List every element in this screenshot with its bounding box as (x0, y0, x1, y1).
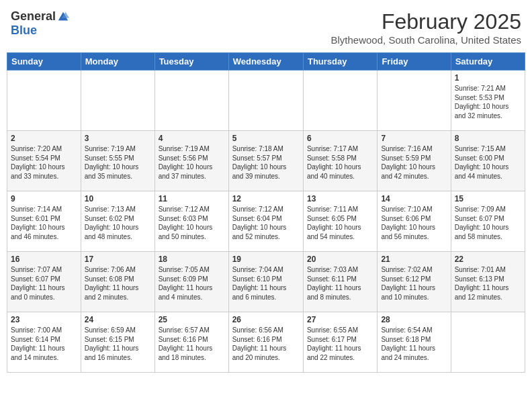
day-info: Sunrise: 6:59 AM Sunset: 6:15 PM Dayligh… (85, 326, 151, 362)
table-row: 11Sunrise: 7:12 AM Sunset: 6:03 PM Dayli… (154, 191, 228, 252)
day-info: Sunrise: 7:03 AM Sunset: 6:11 PM Dayligh… (307, 265, 373, 302)
table-row: 18Sunrise: 7:05 AM Sunset: 6:09 PM Dayli… (154, 252, 228, 312)
calendar-week-row: 1Sunrise: 7:21 AM Sunset: 5:53 PM Daylig… (7, 71, 525, 131)
day-number: 24 (85, 315, 151, 324)
table-row: 10Sunrise: 7:13 AM Sunset: 6:02 PM Dayli… (81, 191, 154, 252)
day-number: 10 (85, 194, 151, 203)
day-number: 17 (85, 255, 151, 264)
table-row: 21Sunrise: 7:02 AM Sunset: 6:12 PM Dayli… (378, 252, 451, 312)
day-info: Sunrise: 7:15 AM Sunset: 6:00 PM Dayligh… (455, 144, 521, 181)
table-row: 15Sunrise: 7:09 AM Sunset: 6:07 PM Dayli… (451, 191, 525, 252)
day-number: 28 (381, 315, 447, 324)
table-row (81, 71, 154, 131)
day-info: Sunrise: 7:10 AM Sunset: 6:06 PM Dayligh… (381, 205, 447, 241)
day-number: 4 (159, 134, 225, 143)
day-info: Sunrise: 6:55 AM Sunset: 6:17 PM Dayligh… (307, 326, 373, 362)
day-number: 27 (307, 315, 373, 324)
logo-general: General (11, 9, 56, 24)
header-friday: Friday (378, 53, 451, 71)
month-title: February 2025 (331, 9, 522, 34)
day-info: Sunrise: 7:06 AM Sunset: 6:08 PM Dayligh… (85, 265, 151, 302)
logo: General Blue (11, 9, 69, 38)
calendar-table: Sunday Monday Tuesday Wednesday Thursday… (7, 52, 525, 373)
day-number: 15 (455, 194, 521, 203)
location-title: Blythewood, South Carolina, United State… (331, 34, 522, 46)
day-info: Sunrise: 7:01 AM Sunset: 6:13 PM Dayligh… (455, 265, 521, 302)
header-tuesday: Tuesday (154, 53, 228, 71)
day-info: Sunrise: 7:18 AM Sunset: 5:57 PM Dayligh… (232, 144, 300, 181)
header-thursday: Thursday (303, 53, 377, 71)
day-info: Sunrise: 6:56 AM Sunset: 6:16 PM Dayligh… (232, 326, 300, 362)
table-row: 27Sunrise: 6:55 AM Sunset: 6:17 PM Dayli… (303, 312, 377, 373)
day-number: 13 (307, 194, 373, 203)
table-row: 17Sunrise: 7:06 AM Sunset: 6:08 PM Dayli… (81, 252, 154, 312)
table-row: 1Sunrise: 7:21 AM Sunset: 5:53 PM Daylig… (451, 71, 525, 131)
day-number: 25 (159, 315, 225, 324)
table-row: 20Sunrise: 7:03 AM Sunset: 6:11 PM Dayli… (303, 252, 377, 312)
day-number: 19 (232, 255, 300, 264)
day-number: 22 (455, 255, 521, 264)
table-row: 26Sunrise: 6:56 AM Sunset: 6:16 PM Dayli… (228, 312, 303, 373)
day-info: Sunrise: 7:19 AM Sunset: 5:55 PM Dayligh… (85, 144, 151, 181)
table-row: 25Sunrise: 6:57 AM Sunset: 6:16 PM Dayli… (154, 312, 228, 373)
table-row: 5Sunrise: 7:18 AM Sunset: 5:57 PM Daylig… (228, 131, 303, 191)
table-row (154, 71, 228, 131)
table-row: 3Sunrise: 7:19 AM Sunset: 5:55 PM Daylig… (81, 131, 154, 191)
day-info: Sunrise: 7:11 AM Sunset: 6:05 PM Dayligh… (307, 205, 373, 241)
day-info: Sunrise: 7:17 AM Sunset: 5:58 PM Dayligh… (307, 144, 373, 181)
day-number: 20 (307, 255, 373, 264)
day-number: 2 (11, 134, 77, 143)
day-number: 23 (11, 315, 77, 324)
day-info: Sunrise: 7:04 AM Sunset: 6:10 PM Dayligh… (232, 265, 300, 302)
table-row (7, 71, 81, 131)
day-number: 12 (232, 194, 300, 203)
header-sunday: Sunday (7, 53, 81, 71)
day-info: Sunrise: 7:09 AM Sunset: 6:07 PM Dayligh… (455, 205, 521, 241)
page-header: General Blue February 2025 Blythewood, S… (7, 7, 525, 48)
day-number: 14 (381, 194, 447, 203)
table-row: 14Sunrise: 7:10 AM Sunset: 6:06 PM Dayli… (378, 191, 451, 252)
day-info: Sunrise: 6:54 AM Sunset: 6:18 PM Dayligh… (381, 326, 447, 362)
title-block: February 2025 Blythewood, South Carolina… (331, 9, 522, 46)
calendar-week-row: 23Sunrise: 7:00 AM Sunset: 6:14 PM Dayli… (7, 312, 525, 373)
day-info: Sunrise: 7:00 AM Sunset: 6:14 PM Dayligh… (11, 326, 77, 362)
day-info: Sunrise: 7:12 AM Sunset: 6:04 PM Dayligh… (232, 205, 300, 241)
day-number: 7 (381, 134, 447, 143)
table-row: 6Sunrise: 7:17 AM Sunset: 5:58 PM Daylig… (303, 131, 377, 191)
day-info: Sunrise: 7:05 AM Sunset: 6:09 PM Dayligh… (159, 265, 225, 302)
day-info: Sunrise: 7:14 AM Sunset: 6:01 PM Dayligh… (11, 205, 77, 241)
day-number: 5 (232, 134, 300, 143)
header-wednesday: Wednesday (228, 53, 303, 71)
table-row: 24Sunrise: 6:59 AM Sunset: 6:15 PM Dayli… (81, 312, 154, 373)
day-number: 6 (307, 134, 373, 143)
table-row: 19Sunrise: 7:04 AM Sunset: 6:10 PM Dayli… (228, 252, 303, 312)
day-number: 16 (11, 255, 77, 264)
table-row (228, 71, 303, 131)
day-info: Sunrise: 7:02 AM Sunset: 6:12 PM Dayligh… (381, 265, 447, 302)
calendar-week-row: 2Sunrise: 7:20 AM Sunset: 5:54 PM Daylig… (7, 131, 525, 191)
table-row (303, 71, 377, 131)
calendar-week-row: 16Sunrise: 7:07 AM Sunset: 6:07 PM Dayli… (7, 252, 525, 312)
table-row: 13Sunrise: 7:11 AM Sunset: 6:05 PM Dayli… (303, 191, 377, 252)
day-info: Sunrise: 7:13 AM Sunset: 6:02 PM Dayligh… (85, 205, 151, 241)
header-saturday: Saturday (451, 53, 525, 71)
day-number: 21 (381, 255, 447, 264)
table-row: 23Sunrise: 7:00 AM Sunset: 6:14 PM Dayli… (7, 312, 81, 373)
table-row: 28Sunrise: 6:54 AM Sunset: 6:18 PM Dayli… (378, 312, 451, 373)
day-info: Sunrise: 7:16 AM Sunset: 5:59 PM Dayligh… (381, 144, 447, 181)
day-info: Sunrise: 7:19 AM Sunset: 5:56 PM Dayligh… (159, 144, 225, 181)
calendar-week-row: 9Sunrise: 7:14 AM Sunset: 6:01 PM Daylig… (7, 191, 525, 252)
table-row: 9Sunrise: 7:14 AM Sunset: 6:01 PM Daylig… (7, 191, 81, 252)
day-info: Sunrise: 7:21 AM Sunset: 5:53 PM Dayligh… (455, 84, 521, 120)
logo-icon (57, 11, 69, 23)
day-number: 1 (455, 73, 521, 83)
day-info: Sunrise: 7:07 AM Sunset: 6:07 PM Dayligh… (11, 265, 77, 302)
day-info: Sunrise: 7:12 AM Sunset: 6:03 PM Dayligh… (159, 205, 225, 241)
day-info: Sunrise: 7:20 AM Sunset: 5:54 PM Dayligh… (11, 144, 77, 181)
table-row: 2Sunrise: 7:20 AM Sunset: 5:54 PM Daylig… (7, 131, 81, 191)
calendar-header-row: Sunday Monday Tuesday Wednesday Thursday… (7, 53, 525, 71)
day-number: 18 (159, 255, 225, 264)
table-row: 8Sunrise: 7:15 AM Sunset: 6:00 PM Daylig… (451, 131, 525, 191)
table-row: 22Sunrise: 7:01 AM Sunset: 6:13 PM Dayli… (451, 252, 525, 312)
table-row: 7Sunrise: 7:16 AM Sunset: 5:59 PM Daylig… (378, 131, 451, 191)
